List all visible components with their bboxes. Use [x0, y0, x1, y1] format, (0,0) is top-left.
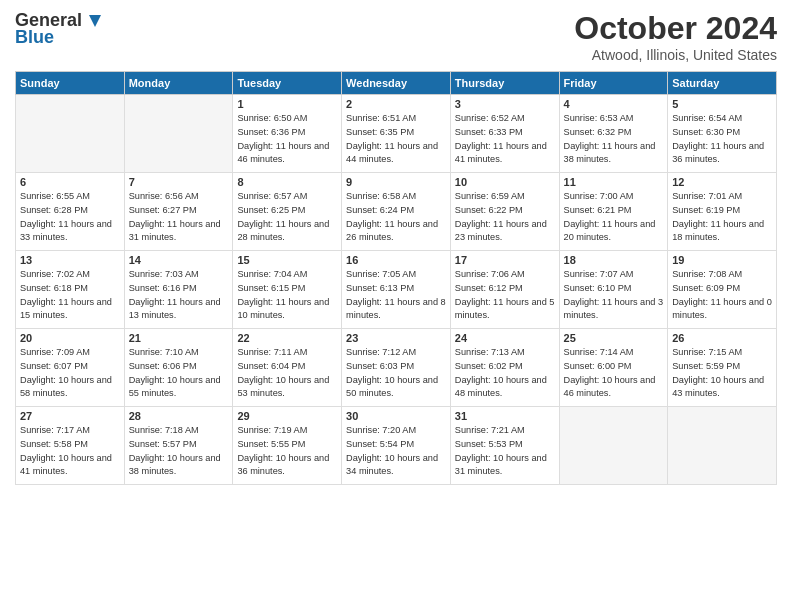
- calendar-table: SundayMondayTuesdayWednesdayThursdayFrid…: [15, 71, 777, 485]
- calendar-cell: 20Sunrise: 7:09 AMSunset: 6:07 PMDayligh…: [16, 329, 125, 407]
- day-info: Sunrise: 7:06 AMSunset: 6:12 PMDaylight:…: [455, 268, 555, 323]
- day-info: Sunrise: 6:57 AMSunset: 6:25 PMDaylight:…: [237, 190, 337, 245]
- calendar-cell: 10Sunrise: 6:59 AMSunset: 6:22 PMDayligh…: [450, 173, 559, 251]
- calendar-cell: 31Sunrise: 7:21 AMSunset: 5:53 PMDayligh…: [450, 407, 559, 485]
- daylight: Daylight: 11 hours and 38 minutes.: [564, 141, 656, 165]
- sunset: Sunset: 6:25 PM: [237, 205, 305, 215]
- sunset: Sunset: 6:07 PM: [20, 361, 88, 371]
- day-info: Sunrise: 7:01 AMSunset: 6:19 PMDaylight:…: [672, 190, 772, 245]
- day-number: 27: [20, 410, 120, 422]
- sunset: Sunset: 6:02 PM: [455, 361, 523, 371]
- calendar-cell: 16Sunrise: 7:05 AMSunset: 6:13 PMDayligh…: [342, 251, 451, 329]
- sunset: Sunset: 6:33 PM: [455, 127, 523, 137]
- day-info: Sunrise: 7:14 AMSunset: 6:00 PMDaylight:…: [564, 346, 664, 401]
- calendar-cell: [16, 95, 125, 173]
- day-info: Sunrise: 6:53 AMSunset: 6:32 PMDaylight:…: [564, 112, 664, 167]
- day-info: Sunrise: 7:21 AMSunset: 5:53 PMDaylight:…: [455, 424, 555, 479]
- day-info: Sunrise: 7:05 AMSunset: 6:13 PMDaylight:…: [346, 268, 446, 323]
- sunset: Sunset: 6:24 PM: [346, 205, 414, 215]
- day-info: Sunrise: 7:03 AMSunset: 6:16 PMDaylight:…: [129, 268, 229, 323]
- daylight: Daylight: 10 hours and 48 minutes.: [455, 375, 547, 399]
- sunrise: Sunrise: 7:03 AM: [129, 269, 199, 279]
- sunset: Sunset: 6:04 PM: [237, 361, 305, 371]
- day-header-monday: Monday: [124, 72, 233, 95]
- sunrise: Sunrise: 6:53 AM: [564, 113, 634, 123]
- daylight: Daylight: 10 hours and 41 minutes.: [20, 453, 112, 477]
- calendar-cell: [559, 407, 668, 485]
- calendar-cell: 15Sunrise: 7:04 AMSunset: 6:15 PMDayligh…: [233, 251, 342, 329]
- daylight: Daylight: 10 hours and 36 minutes.: [237, 453, 329, 477]
- day-info: Sunrise: 7:13 AMSunset: 6:02 PMDaylight:…: [455, 346, 555, 401]
- sunrise: Sunrise: 7:06 AM: [455, 269, 525, 279]
- daylight: Daylight: 10 hours and 38 minutes.: [129, 453, 221, 477]
- daylight: Daylight: 11 hours and 10 minutes.: [237, 297, 329, 321]
- daylight: Daylight: 11 hours and 44 minutes.: [346, 141, 438, 165]
- sunrise: Sunrise: 7:15 AM: [672, 347, 742, 357]
- daylight: Daylight: 11 hours and 3 minutes.: [564, 297, 664, 321]
- daylight: Daylight: 10 hours and 58 minutes.: [20, 375, 112, 399]
- sunset: Sunset: 5:59 PM: [672, 361, 740, 371]
- sunset: Sunset: 5:55 PM: [237, 439, 305, 449]
- sunrise: Sunrise: 7:18 AM: [129, 425, 199, 435]
- sunrise: Sunrise: 7:11 AM: [237, 347, 307, 357]
- day-number: 3: [455, 98, 555, 110]
- day-number: 28: [129, 410, 229, 422]
- sunset: Sunset: 6:06 PM: [129, 361, 197, 371]
- sunset: Sunset: 6:12 PM: [455, 283, 523, 293]
- sunrise: Sunrise: 7:17 AM: [20, 425, 90, 435]
- day-info: Sunrise: 6:51 AMSunset: 6:35 PMDaylight:…: [346, 112, 446, 167]
- sunset: Sunset: 6:28 PM: [20, 205, 88, 215]
- day-number: 1: [237, 98, 337, 110]
- calendar-cell: 21Sunrise: 7:10 AMSunset: 6:06 PMDayligh…: [124, 329, 233, 407]
- week-row-5: 27Sunrise: 7:17 AMSunset: 5:58 PMDayligh…: [16, 407, 777, 485]
- calendar-cell: 3Sunrise: 6:52 AMSunset: 6:33 PMDaylight…: [450, 95, 559, 173]
- week-row-1: 1Sunrise: 6:50 AMSunset: 6:36 PMDaylight…: [16, 95, 777, 173]
- daylight: Daylight: 11 hours and 46 minutes.: [237, 141, 329, 165]
- sunrise: Sunrise: 6:57 AM: [237, 191, 307, 201]
- daylight: Daylight: 11 hours and 41 minutes.: [455, 141, 547, 165]
- sunrise: Sunrise: 7:05 AM: [346, 269, 416, 279]
- calendar-cell: 9Sunrise: 6:58 AMSunset: 6:24 PMDaylight…: [342, 173, 451, 251]
- day-number: 7: [129, 176, 229, 188]
- day-info: Sunrise: 7:11 AMSunset: 6:04 PMDaylight:…: [237, 346, 337, 401]
- logo: General Blue: [15, 10, 102, 48]
- day-number: 23: [346, 332, 446, 344]
- day-info: Sunrise: 6:55 AMSunset: 6:28 PMDaylight:…: [20, 190, 120, 245]
- page-container: General Blue October 2024 Atwood, Illino…: [0, 0, 792, 495]
- calendar-cell: 7Sunrise: 6:56 AMSunset: 6:27 PMDaylight…: [124, 173, 233, 251]
- sunset: Sunset: 5:57 PM: [129, 439, 197, 449]
- calendar-cell: 18Sunrise: 7:07 AMSunset: 6:10 PMDayligh…: [559, 251, 668, 329]
- sunrise: Sunrise: 6:59 AM: [455, 191, 525, 201]
- calendar-cell: 29Sunrise: 7:19 AMSunset: 5:55 PMDayligh…: [233, 407, 342, 485]
- location: Atwood, Illinois, United States: [574, 47, 777, 63]
- calendar-cell: [124, 95, 233, 173]
- day-info: Sunrise: 7:00 AMSunset: 6:21 PMDaylight:…: [564, 190, 664, 245]
- sunset: Sunset: 6:36 PM: [237, 127, 305, 137]
- calendar-cell: 22Sunrise: 7:11 AMSunset: 6:04 PMDayligh…: [233, 329, 342, 407]
- calendar-cell: 5Sunrise: 6:54 AMSunset: 6:30 PMDaylight…: [668, 95, 777, 173]
- week-row-3: 13Sunrise: 7:02 AMSunset: 6:18 PMDayligh…: [16, 251, 777, 329]
- day-number: 11: [564, 176, 664, 188]
- week-row-4: 20Sunrise: 7:09 AMSunset: 6:07 PMDayligh…: [16, 329, 777, 407]
- sunrise: Sunrise: 7:10 AM: [129, 347, 199, 357]
- daylight: Daylight: 11 hours and 31 minutes.: [129, 219, 221, 243]
- logo-icon: [83, 12, 101, 30]
- logo-blue-text: Blue: [15, 27, 54, 48]
- sunset: Sunset: 6:00 PM: [564, 361, 632, 371]
- day-info: Sunrise: 7:09 AMSunset: 6:07 PMDaylight:…: [20, 346, 120, 401]
- day-number: 6: [20, 176, 120, 188]
- day-header-wednesday: Wednesday: [342, 72, 451, 95]
- week-row-2: 6Sunrise: 6:55 AMSunset: 6:28 PMDaylight…: [16, 173, 777, 251]
- calendar-cell: 1Sunrise: 6:50 AMSunset: 6:36 PMDaylight…: [233, 95, 342, 173]
- day-info: Sunrise: 7:04 AMSunset: 6:15 PMDaylight:…: [237, 268, 337, 323]
- day-number: 26: [672, 332, 772, 344]
- sunset: Sunset: 6:13 PM: [346, 283, 414, 293]
- day-info: Sunrise: 7:02 AMSunset: 6:18 PMDaylight:…: [20, 268, 120, 323]
- calendar-cell: 25Sunrise: 7:14 AMSunset: 6:00 PMDayligh…: [559, 329, 668, 407]
- day-number: 8: [237, 176, 337, 188]
- sunrise: Sunrise: 7:19 AM: [237, 425, 307, 435]
- daylight: Daylight: 10 hours and 55 minutes.: [129, 375, 221, 399]
- sunrise: Sunrise: 7:02 AM: [20, 269, 90, 279]
- daylight: Daylight: 11 hours and 28 minutes.: [237, 219, 329, 243]
- calendar-cell: 24Sunrise: 7:13 AMSunset: 6:02 PMDayligh…: [450, 329, 559, 407]
